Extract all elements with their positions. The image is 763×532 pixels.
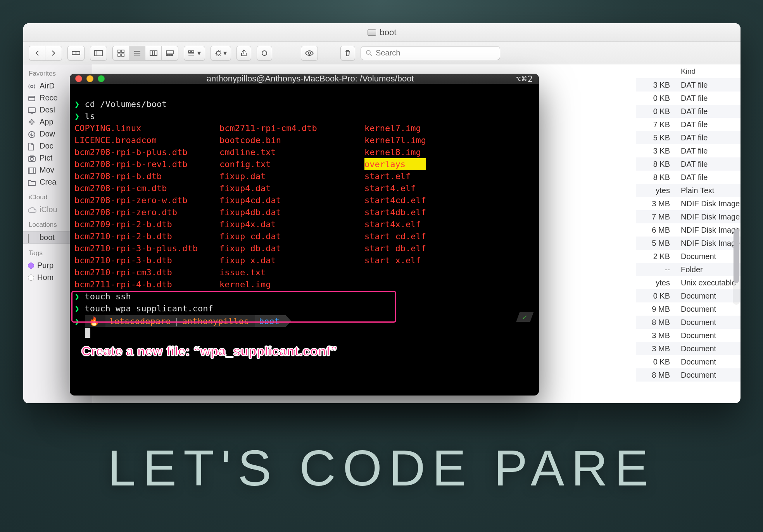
svg-rect-5 — [122, 50, 124, 52]
sidebar-item-label: Crea — [40, 178, 56, 187]
cell-size: 7 KB — [636, 120, 675, 129]
view-columns-button[interactable] — [145, 46, 162, 60]
cell-kind: Plain Text — [675, 186, 741, 195]
share-button[interactable] — [236, 46, 251, 60]
table-row[interactable]: 3 MBDocument — [636, 342, 741, 355]
path-button[interactable] — [67, 46, 85, 60]
terminal-body[interactable]: ❯ cd /Volumes/boot ❯ ls COPYING.linuxLIC… — [70, 84, 539, 396]
table-row[interactable]: 0 KBDAT file — [636, 105, 741, 118]
disk-icon — [28, 234, 36, 241]
svg-point-25 — [366, 50, 370, 54]
view-icons-button[interactable] — [113, 46, 129, 60]
clock-icon — [28, 95, 36, 102]
table-row[interactable]: 3 KBDAT file — [636, 78, 741, 92]
quicklook-button[interactable] — [301, 46, 318, 60]
view-gallery-button[interactable] — [162, 46, 178, 60]
cell-size: 3 KB — [636, 81, 675, 90]
ls-entry: COPYING.linux — [74, 122, 218, 134]
ls-entry: start4x.elf — [364, 218, 426, 230]
table-row[interactable]: 8 MBDocument — [636, 368, 741, 382]
table-row[interactable]: --Folder — [636, 263, 741, 276]
table-row[interactable]: ytesUnix executable — [636, 276, 741, 289]
svg-rect-17 — [171, 55, 173, 55]
cell-size: 5 KB — [636, 133, 675, 142]
ls-entry: kernel8.img — [364, 146, 426, 158]
nav-back-button[interactable] — [29, 46, 45, 60]
ls-entry: fixup_x.dat — [219, 254, 363, 266]
ls-entry: start_cd.elf — [364, 230, 426, 242]
cell-kind: Document — [675, 331, 741, 340]
sidebar-item-label: Pict — [40, 154, 52, 162]
ls-entry: bcm2708-rpi-b-rev1.dtb — [74, 158, 218, 170]
search-input[interactable] — [376, 48, 495, 57]
tag-button[interactable] — [257, 46, 272, 60]
ls-entry: fixup.dat — [219, 170, 363, 182]
table-row[interactable]: 3 MBDocument — [636, 329, 741, 342]
table-row[interactable]: 2 KBDocument — [636, 250, 741, 263]
table-row[interactable]: 0 KBDocument — [636, 289, 741, 302]
cell-size: 8 KB — [636, 160, 675, 169]
sidebar-toggle-button[interactable] — [90, 46, 107, 60]
nav-forward-button[interactable] — [45, 46, 62, 60]
nav-back-forward[interactable] — [29, 46, 62, 60]
ls-entry: fixup4x.dat — [219, 218, 363, 230]
cell-size: 3 MB — [636, 344, 675, 353]
cell-size: 5 MB — [636, 239, 675, 248]
svg-rect-19 — [192, 51, 194, 52]
svg-rect-11 — [150, 51, 157, 55]
close-button[interactable] — [75, 75, 82, 82]
sidebar-item-label: Rece — [40, 93, 58, 102]
zoom-button[interactable] — [98, 75, 105, 82]
svg-rect-14 — [166, 51, 173, 54]
ls-entry: bootcode.bin — [219, 134, 363, 146]
table-row[interactable]: 8 KBDAT file — [636, 171, 741, 184]
cell-size: 7 MB — [636, 212, 675, 221]
cell-size: 0 KB — [636, 107, 675, 116]
table-row[interactable]: 5 KBDAT file — [636, 131, 741, 144]
ls-entry: start_db.elf — [364, 242, 426, 254]
scrollbar-thumb[interactable] — [734, 229, 739, 283]
column-headers[interactable]: Kind — [636, 64, 741, 78]
disk-icon — [368, 29, 376, 36]
cell-kind: Unix executable — [675, 278, 741, 287]
apps-icon — [28, 119, 36, 126]
search-field[interactable] — [361, 46, 500, 60]
table-row[interactable]: 7 KBDAT file — [636, 118, 741, 131]
status-check-icon: ✓ — [516, 312, 533, 322]
table-row[interactable]: 8 KBDAT file — [636, 157, 741, 171]
search-icon — [366, 50, 373, 57]
scrollbar[interactable] — [733, 227, 740, 305]
table-row[interactable]: 3 MBNDIF Disk Image — [636, 197, 741, 210]
ls-entry: overlays — [364, 158, 426, 170]
cell-kind: Document — [675, 344, 741, 353]
tag-dot-icon — [28, 275, 34, 281]
ls-entry: fixup4cd.dat — [219, 194, 363, 206]
table-row[interactable]: ytesPlain Text — [636, 184, 741, 197]
table-row[interactable]: 6 MBNDIF Disk Image — [636, 223, 741, 237]
action-button[interactable]: ▾ — [211, 46, 231, 60]
ls-entry: cmdline.txt — [219, 146, 363, 158]
minimize-button[interactable] — [86, 75, 93, 82]
view-list-button[interactable] — [129, 46, 145, 60]
ls-entry: LICENCE.broadcom — [74, 134, 218, 146]
table-row[interactable]: 3 KBDAT file — [636, 144, 741, 157]
arrange-button[interactable]: ▾ — [184, 46, 205, 60]
table-row[interactable]: 9 MBDocument — [636, 302, 741, 316]
cell-kind: DAT file — [675, 107, 741, 116]
cell-size: ytes — [636, 186, 675, 195]
ls-entry: bcm2708-rpi-cm.dtb — [74, 182, 218, 194]
column-header-kind[interactable]: Kind — [675, 67, 741, 76]
table-row[interactable]: 0 KBDAT file — [636, 92, 741, 105]
finder-title: boot — [380, 28, 397, 38]
ls-entry: bcm2709-rpi-2-b.dtb — [74, 218, 218, 230]
table-row[interactable]: 0 KBDocument — [636, 355, 741, 368]
film-icon — [28, 167, 36, 174]
view-mode-group[interactable] — [112, 46, 178, 60]
cell-kind: Document — [675, 318, 741, 327]
table-row[interactable]: 7 MBNDIF Disk Image — [636, 210, 741, 223]
table-row[interactable]: 5 MBNDIF Disk Image — [636, 237, 741, 250]
cell-kind: NDIF Disk Image — [675, 212, 741, 221]
table-row[interactable]: 8 MBDocument — [636, 316, 741, 329]
delete-button[interactable] — [340, 46, 355, 60]
ls-entry: start4db.elf — [364, 206, 426, 218]
